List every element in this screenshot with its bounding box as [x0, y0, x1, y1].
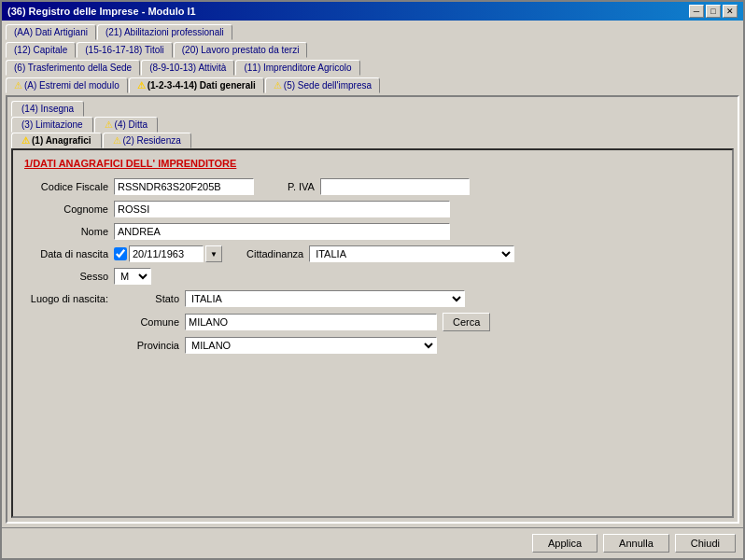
tab-row-2: (6) Trasferimento della Sede (8-9-10-13)…	[6, 60, 739, 76]
luogo-nascita-label: Luogo di nascita:	[24, 293, 108, 304]
comune-label: Comune	[114, 316, 179, 328]
comune-row: Comune Cerca	[24, 313, 721, 331]
tab-trasferimento-sede[interactable]: (6) Trasferimento della Sede	[6, 60, 140, 76]
tab-ditta[interactable]: ⚠(4) Ditta	[94, 117, 159, 133]
piva-label: P. IVA	[288, 181, 315, 192]
tab-lavoro-terzi[interactable]: (20) Lavoro prestato da terzi	[174, 42, 308, 58]
warning-icon-estremi: ⚠	[14, 80, 22, 91]
warning-icon-anagrafici: ⚠	[21, 135, 30, 146]
tab-attivita[interactable]: (8-9-10-13) Attività	[141, 60, 234, 76]
tab-row-1b: (12) Capitale (15-16-17-18) Titoli (20) …	[6, 42, 739, 58]
tab-insegna[interactable]: (14) Insegna	[11, 101, 84, 117]
tab-row-1: (AA) Dati Artigiani (21) Abilitazioni pr…	[6, 24, 739, 40]
tab-imprenditore-agricolo[interactable]: (11) Imprenditore Agricolo	[235, 60, 359, 76]
sesso-select[interactable]: M F	[114, 268, 151, 285]
tab-row-3: ⚠(A) Estremi del modulo ⚠(1-2-3-4-14) Da…	[6, 77, 739, 93]
warning-icon-residenza: ⚠	[113, 135, 121, 146]
warning-icon-dati-generali: ⚠	[137, 80, 146, 91]
warning-icon-ditta: ⚠	[105, 119, 113, 130]
inner-tab-row-1: (14) Insegna	[11, 101, 734, 117]
data-nascita-label: Data di nascita	[24, 248, 108, 259]
sesso-label: Sesso	[24, 271, 108, 282]
date-container: ▼	[114, 245, 222, 262]
tab-anagrafici[interactable]: ⚠(1) Anagrafici	[11, 133, 102, 148]
data-nascita-row: Data di nascita ▼ Cittadinanza ITALIA	[24, 245, 721, 262]
window-controls: ─ □ ✕	[689, 5, 738, 18]
minimize-button[interactable]: ─	[689, 5, 704, 18]
cerca-button[interactable]: Cerca	[443, 313, 490, 331]
stato-select[interactable]: ITALIA	[185, 290, 465, 307]
sesso-row: Sesso M F	[24, 268, 721, 285]
close-button[interactable]: ✕	[723, 5, 738, 18]
cognome-input[interactable]	[114, 201, 450, 217]
luogo-nascita-section: Luogo di nascita: Stato ITALIA Comune Ce…	[24, 290, 721, 354]
nome-row: Nome	[24, 223, 721, 240]
form-panel: 1/DATI ANAGRAFICI DELL' IMPRENDITORE Cod…	[11, 148, 734, 518]
codice-fiscale-input[interactable]	[114, 178, 254, 195]
main-window: (36) Registro delle Imprese - Modulo I1 …	[0, 0, 745, 560]
provincia-row: Provincia MILANO	[24, 337, 721, 354]
nome-label: Nome	[24, 226, 108, 237]
annulla-button[interactable]: Annulla	[603, 534, 669, 553]
applica-button[interactable]: Applica	[532, 534, 597, 553]
stato-label: Stato	[114, 293, 179, 304]
title-bar: (36) Registro delle Imprese - Modulo I1 …	[2, 2, 743, 21]
cittadinanza-label: Cittadinanza	[246, 248, 303, 259]
tab-abilitazioni-professionali[interactable]: (21) Abilitazioni professionali	[97, 24, 232, 40]
cognome-row: Cognome	[24, 201, 721, 217]
date-dropdown-btn[interactable]: ▼	[205, 245, 222, 262]
maximize-button[interactable]: □	[706, 5, 721, 18]
main-panel: (14) Insegna (3) Limitazione ⚠(4) Ditta …	[6, 95, 739, 524]
provincia-select[interactable]: MILANO	[185, 337, 437, 354]
codice-fiscale-label: Codice Fiscale	[24, 181, 108, 192]
cittadinanza-select[interactable]: ITALIA	[309, 245, 514, 262]
chiudi-button[interactable]: Chiudi	[675, 534, 736, 553]
window-title: (36) Registro delle Imprese - Modulo I1	[7, 6, 196, 17]
tab-residenza[interactable]: ⚠(2) Residenza	[103, 133, 191, 148]
codice-fiscale-row: Codice Fiscale P. IVA	[24, 178, 721, 195]
tab-sede-impresa[interactable]: ⚠(5) Sede dell'impresa	[265, 77, 380, 93]
stato-row: Luogo di nascita: Stato ITALIA	[24, 290, 721, 307]
inner-tab-row-3: ⚠(1) Anagrafici ⚠(2) Residenza	[11, 133, 734, 148]
piva-input[interactable]	[320, 178, 470, 195]
warning-icon-sede: ⚠	[274, 80, 282, 91]
tab-dati-generali[interactable]: ⚠(1-2-3-4-14) Dati generali	[129, 77, 264, 93]
inner-tab-row-2: (3) Limitazione ⚠(4) Ditta	[11, 117, 734, 133]
tab-capitale[interactable]: (12) Capitale	[6, 42, 76, 58]
nome-input[interactable]	[114, 223, 450, 240]
data-nascita-input[interactable]	[129, 245, 204, 262]
main-content: (AA) Dati Artigiani (21) Abilitazioni pr…	[2, 21, 743, 527]
tab-estremi-modulo[interactable]: ⚠(A) Estremi del modulo	[6, 77, 128, 93]
section-title: 1/DATI ANAGRAFICI DELL' IMPRENDITORE	[24, 158, 721, 169]
bottom-bar: Applica Annulla Chiudi	[2, 527, 743, 558]
tab-titoli[interactable]: (15-16-17-18) Titoli	[77, 42, 172, 58]
cognome-label: Cognome	[24, 203, 108, 215]
provincia-label: Provincia	[114, 340, 179, 351]
date-checkbox[interactable]	[114, 247, 127, 260]
tab-limitazione[interactable]: (3) Limitazione	[11, 117, 93, 133]
tab-aa-dati-artigiani[interactable]: (AA) Dati Artigiani	[6, 24, 96, 40]
comune-input[interactable]	[185, 314, 437, 330]
